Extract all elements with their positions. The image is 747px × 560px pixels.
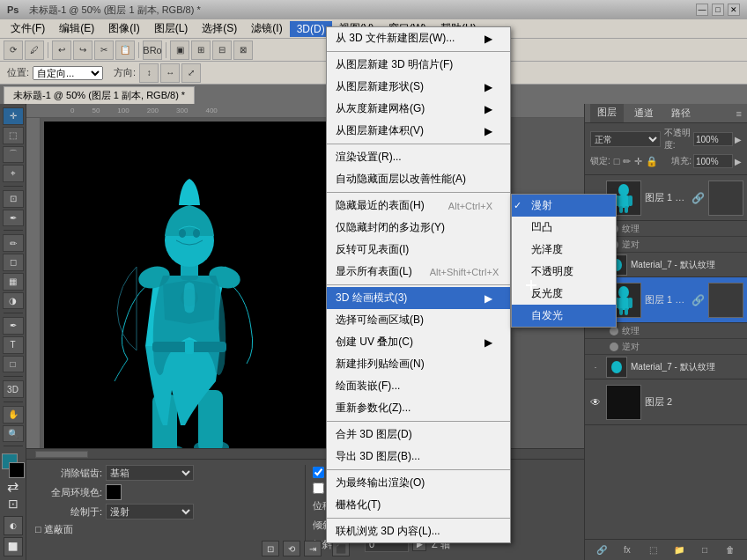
bottom-icon-1[interactable]: ⊡ — [262, 541, 279, 556]
tool-type[interactable]: T — [3, 336, 24, 354]
cm-paint-mode[interactable]: 3D 绘画模式(3) ▶ — [327, 287, 510, 309]
add-style-btn[interactable]: fx — [618, 542, 636, 558]
tool-shape[interactable]: □ — [3, 356, 24, 373]
toolbar-icon-2[interactable]: 🖊 — [25, 41, 44, 60]
scrollbar-thumb-h[interactable] — [35, 451, 88, 458]
submenu-self-illum[interactable]: 自发光 — [512, 305, 616, 327]
bottom-icon-3[interactable]: ⇥ — [304, 541, 322, 556]
cm-show-all[interactable]: 仅隐藏封闭的多边形(Y) — [327, 217, 510, 239]
tool-eraser[interactable]: ◻ — [3, 254, 24, 271]
submenu-diffuse[interactable]: ✓ 漫射 — [512, 195, 616, 217]
tool-magic-wand[interactable]: ⌖ — [3, 165, 24, 182]
tool-hand[interactable]: ✋ — [3, 406, 24, 424]
tool-move[interactable]: ✛ — [3, 107, 24, 125]
cm-from-layer-shape[interactable]: 从图层新建形状(S) ▶ — [327, 76, 510, 98]
position-dropdown[interactable]: 自定向... — [33, 66, 103, 80]
tool-brush[interactable]: ✏ — [3, 234, 24, 252]
menu-select[interactable]: 选择(S) — [195, 19, 244, 38]
submenu-reflection[interactable]: 反光度 — [512, 283, 616, 305]
tool-3d[interactable]: 3D — [3, 380, 24, 398]
maximize-button[interactable]: □ — [712, 4, 724, 16]
panel-menu-icon[interactable]: ≡ — [736, 108, 742, 119]
layer-material2-item[interactable]: · Material_7 - 默认纹理 — [585, 355, 747, 379]
add-mask-btn[interactable]: ⬚ — [644, 542, 662, 558]
lock-icon-move[interactable]: ✛ — [634, 156, 642, 167]
options-btn-2[interactable]: ↔ — [160, 63, 180, 83]
close-button[interactable]: ✕ — [728, 4, 740, 16]
tool-mask[interactable]: ◐ — [4, 516, 23, 535]
tab-paths[interactable]: 路径 — [664, 105, 698, 122]
cm-final-render[interactable]: 为最终输出渲染(O) — [327, 472, 510, 494]
remove-edge-dropdown[interactable]: 基箱 — [106, 465, 194, 481]
cm-reparameterize[interactable]: 重新参数化(Z)... — [327, 397, 510, 419]
plane-checkbox[interactable] — [313, 467, 324, 478]
toolbar-icon-8[interactable]: ▣ — [170, 41, 189, 60]
cm-rasterize[interactable]: 栅格化(T) — [327, 494, 510, 516]
submenu-bump[interactable]: 凹凸 — [512, 217, 616, 239]
ambient-color-swatch[interactable] — [106, 484, 122, 500]
cm-select-paintable[interactable]: 选择可绘画区域(B) — [327, 309, 510, 331]
cm-from-grayscale[interactable]: 从灰度新建网格(G) ▶ — [327, 98, 510, 120]
toolbar-icon-6[interactable]: 📋 — [115, 41, 135, 60]
wireframe-checkbox[interactable] — [313, 483, 324, 494]
cm-create-uv[interactable]: 创建 UV 叠加(C) ▶ — [327, 331, 510, 353]
bottom-icon-2[interactable]: ⟲ — [283, 541, 300, 556]
fill-arrow[interactable]: ▶ — [735, 157, 742, 166]
toolbar-icon-5[interactable]: ✂ — [94, 41, 114, 60]
tool-crop[interactable]: ⊡ — [3, 190, 24, 208]
lock-icon-brush[interactable]: ✏ — [623, 156, 631, 167]
layer2-item[interactable]: 👁 图层 2 — [585, 379, 747, 425]
cm-from-layer-volume[interactable]: 从图层新建体积(V) ▶ — [327, 120, 510, 142]
link-layers-btn[interactable]: 🔗 — [593, 542, 610, 558]
paint-at-dropdown[interactable]: 漫射 — [106, 504, 194, 519]
menu-image[interactable]: 图像(I) — [101, 19, 146, 38]
tool-zoom[interactable]: 🔍 — [3, 425, 24, 443]
cm-show-all2[interactable]: 显示所有表面(L) Alt+Shift+Ctrl+X — [327, 261, 510, 283]
new-group-btn[interactable]: 📁 — [670, 542, 688, 558]
document-tab[interactable]: 未标题-1 @ 50% (图层 1 副本, RGB/8) * — [4, 86, 195, 104]
toolbar-icon-3[interactable]: ↩ — [52, 41, 71, 60]
options-btn-1[interactable]: ↕ — [139, 63, 159, 83]
submenu-opacity[interactable]: 不透明度 — [512, 261, 616, 283]
tool-eyedropper[interactable]: ✒ — [3, 210, 24, 227]
menu-layer[interactable]: 图层(L) — [147, 19, 196, 38]
menu-filter[interactable]: 滤镜(I) — [244, 19, 289, 38]
toolbar-icon-9[interactable]: ⊞ — [191, 41, 211, 60]
cm-browse-3d[interactable]: 联机浏览 3D 内容(L)... — [327, 520, 510, 542]
cm-export-3d[interactable]: 导出 3D 图层(B)... — [327, 446, 510, 468]
cm-from-layer-3d[interactable]: 从图层新建 3D 明信片(F) — [327, 54, 510, 76]
toolbar-icon-10[interactable]: ⊟ — [212, 41, 232, 60]
delete-layer-btn[interactable]: 🗑 — [721, 542, 739, 558]
opacity-arrow[interactable]: ▶ — [735, 135, 742, 144]
tool-marquee[interactable]: ⬚ — [3, 127, 24, 144]
layer-visibility-material2[interactable]: · — [588, 363, 603, 372]
cm-hide-surface[interactable]: 隐藏最近的表面(H) Alt+Ctrl+X — [327, 195, 510, 217]
options-btn-3[interactable]: ⤢ — [181, 63, 201, 83]
tab-layers[interactable]: 图层 — [590, 104, 624, 122]
menu-file[interactable]: 文件(F) — [4, 19, 52, 38]
submenu-glossiness[interactable]: 光泽度 — [512, 239, 616, 261]
tool-pen[interactable]: ✒ — [3, 317, 24, 335]
default-colors[interactable]: ⊡ — [8, 497, 18, 511]
cm-auto-hide[interactable]: 自动隐藏面层以改善性能(A) — [327, 168, 510, 190]
tab-channels[interactable]: 通道 — [627, 105, 661, 122]
fill-input[interactable] — [693, 154, 733, 168]
cm-new-tiling[interactable]: 新建排列贴绘画(N) — [327, 353, 510, 375]
menu-edit[interactable]: 编辑(E) — [52, 19, 101, 38]
cm-paint-surface[interactable]: 绘面装嵌(F)... — [327, 375, 510, 397]
background-color[interactable] — [9, 462, 25, 478]
layer-visibility-2[interactable]: 👁 — [588, 396, 603, 409]
tool-dodge[interactable]: ◑ — [3, 292, 24, 310]
cm-from-file[interactable]: 从 3D 文件新建图层(W)... ▶ — [327, 27, 510, 49]
tool-lasso[interactable]: ⌒ — [3, 146, 24, 164]
sublayer-reverse2[interactable]: 逆对 — [585, 339, 747, 355]
tool-screen-mode[interactable]: ⬜ — [4, 537, 23, 556]
toolbar-icon-11[interactable]: ⊠ — [233, 41, 253, 60]
opacity-input[interactable] — [693, 132, 733, 146]
cm-merge-3d[interactable]: 合并 3D 图层(D) — [327, 424, 510, 446]
cm-reverse[interactable]: 反转可见表面(I) — [327, 239, 510, 261]
toolbar-icon-7[interactable]: BRo — [143, 41, 162, 60]
swap-colors[interactable]: ⇄ — [7, 478, 18, 495]
toolbar-icon-4[interactable]: ↪ — [73, 41, 92, 60]
minimize-button[interactable]: — — [696, 4, 708, 16]
